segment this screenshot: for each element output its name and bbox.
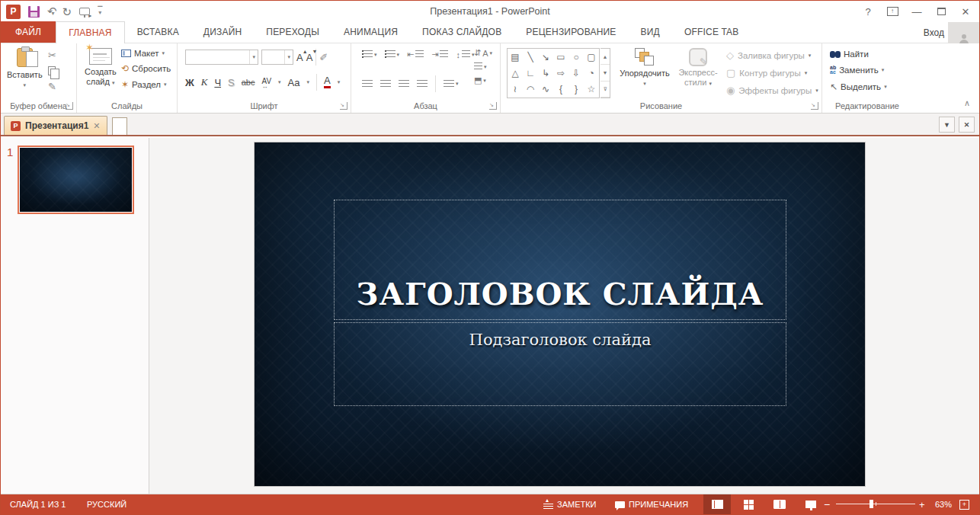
text-shadow-button[interactable]: S bbox=[228, 77, 235, 88]
cut-icon[interactable]: ✂ bbox=[48, 50, 56, 61]
tab-view[interactable]: ВИД bbox=[629, 21, 672, 43]
undo-button[interactable]: ↶▾ bbox=[47, 5, 55, 18]
shapes-scroll-down-icon[interactable]: ▼ bbox=[600, 65, 610, 81]
collapse-ribbon-icon[interactable]: ∧ bbox=[964, 98, 970, 108]
font-name-combobox[interactable]: ▾ bbox=[185, 50, 258, 65]
arrange-button[interactable]: Упорядочить ▾ bbox=[617, 48, 673, 88]
shape-effects-button[interactable]: ◉Эффекты фигуры▾ bbox=[726, 85, 818, 96]
shape-scribble-icon[interactable]: ≀ bbox=[514, 85, 517, 94]
ribbon-display-options-button[interactable]: ↑ bbox=[882, 2, 903, 21]
shape-line-icon[interactable]: ╲ bbox=[527, 53, 533, 62]
undo-dropdown-icon[interactable]: ▾ bbox=[52, 10, 55, 17]
strikethrough-button[interactable]: abc bbox=[242, 78, 255, 87]
convert-to-smartart-button[interactable]: ⬒▾ bbox=[474, 75, 486, 85]
shape-elbow-icon[interactable]: ∟ bbox=[526, 69, 535, 78]
slide-counter[interactable]: СЛАЙД 1 ИЗ 1 bbox=[10, 494, 66, 514]
slide-canvas[interactable]: ЗАГОЛОВОК СЛАЙДА Подзаголовок слайда bbox=[255, 142, 865, 486]
tab-design[interactable]: ДИЗАЙН bbox=[191, 21, 255, 43]
paragraph-dialog-launcher-icon[interactable]: ↘ bbox=[489, 102, 497, 110]
columns-button[interactable]: ▾ bbox=[444, 80, 459, 88]
numbering-button[interactable]: ▾ bbox=[385, 50, 400, 59]
underline-button[interactable]: Ч bbox=[214, 77, 221, 88]
tab-animations[interactable]: АНИМАЦИЯ bbox=[331, 21, 410, 43]
tab-list-dropdown-icon[interactable]: ▼ bbox=[939, 117, 955, 133]
tab-slideshow[interactable]: ПОКАЗ СЛАЙДОВ bbox=[410, 21, 514, 43]
shape-triangle-icon[interactable]: △ bbox=[511, 69, 518, 78]
close-icon[interactable]: ✕ bbox=[955, 2, 976, 21]
title-placeholder[interactable]: ЗАГОЛОВОК СЛАЙДА bbox=[334, 200, 786, 320]
text-direction-button[interactable]: ⇵A▾ bbox=[474, 48, 492, 58]
tab-review[interactable]: РЕЦЕНЗИРОВАНИЕ bbox=[514, 21, 628, 43]
bold-button[interactable]: Ж bbox=[185, 77, 194, 88]
tab-insert[interactable]: ВСТАВКА bbox=[125, 21, 191, 43]
line-spacing-button[interactable]: ↕▾ bbox=[456, 50, 474, 59]
notes-toggle[interactable]: ЗАМЕТКИ bbox=[543, 494, 597, 514]
character-spacing-dropdown-icon[interactable]: ▾ bbox=[278, 79, 281, 85]
zoom-level[interactable]: 63% bbox=[935, 494, 952, 514]
save-icon[interactable] bbox=[28, 6, 40, 18]
italic-button[interactable]: К bbox=[201, 76, 208, 88]
quick-styles-button[interactable]: Экспресс- стили ▾ bbox=[674, 48, 722, 88]
powerpoint-logo-icon[interactable]: P bbox=[6, 5, 21, 19]
align-text-button[interactable]: ▾ bbox=[474, 62, 487, 71]
tab-file[interactable]: ФАЙЛ bbox=[1, 21, 56, 43]
shape-elbow-arrow-icon[interactable]: ↳ bbox=[542, 69, 549, 78]
font-color-button[interactable]: А bbox=[324, 76, 331, 88]
shape-right-brace-icon[interactable]: } bbox=[575, 85, 578, 94]
character-spacing-button[interactable]: AV bbox=[261, 77, 271, 88]
select-button[interactable]: ↖Выделить▾ bbox=[830, 82, 887, 92]
new-document-tab-button[interactable] bbox=[112, 117, 127, 135]
align-right-icon[interactable] bbox=[399, 80, 409, 88]
slide-thumbnail[interactable] bbox=[18, 146, 134, 214]
clipboard-dialog-launcher-icon[interactable]: ↘ bbox=[66, 102, 73, 110]
maximize-button[interactable] bbox=[930, 2, 952, 21]
customize-qat-icon[interactable]: ▔▾ bbox=[98, 8, 102, 14]
normal-view-button[interactable] bbox=[703, 494, 731, 514]
section-button[interactable]: ✶Раздел▾ bbox=[121, 79, 171, 90]
shape-star-icon[interactable]: ☆ bbox=[588, 85, 596, 94]
language-indicator[interactable]: РУССКИЙ bbox=[87, 494, 127, 514]
shape-rectangle-icon[interactable]: ▭ bbox=[556, 53, 565, 62]
tab-transitions[interactable]: ПЕРЕХОДЫ bbox=[254, 21, 331, 43]
zoom-in-icon[interactable]: + bbox=[919, 494, 925, 514]
start-slideshow-icon[interactable] bbox=[79, 8, 90, 15]
avatar[interactable] bbox=[948, 22, 979, 43]
change-case-dropdown-icon[interactable]: ▾ bbox=[307, 79, 310, 85]
help-icon[interactable]: ? bbox=[857, 2, 879, 21]
shape-text-box-icon[interactable]: ▤ bbox=[511, 53, 519, 62]
drawing-dialog-launcher-icon[interactable]: ↘ bbox=[811, 102, 818, 110]
shape-outline-button[interactable]: ▢Контур фигуры▾ bbox=[726, 67, 818, 78]
shape-rounded-rectangle-icon[interactable]: ▢ bbox=[587, 53, 595, 62]
minimize-icon[interactable]: — bbox=[906, 2, 927, 21]
decrease-indent-button[interactable]: ⇤ bbox=[407, 50, 424, 59]
justify-icon[interactable] bbox=[417, 80, 428, 88]
font-dialog-launcher-icon[interactable]: ↘ bbox=[340, 102, 347, 110]
replace-button[interactable]: abacЗаменить▾ bbox=[830, 66, 887, 75]
close-all-tabs-icon[interactable]: ✕ bbox=[959, 117, 975, 133]
zoom-slider-thumb[interactable] bbox=[870, 500, 873, 508]
align-center-icon[interactable] bbox=[380, 80, 391, 88]
subtitle-placeholder[interactable]: Подзаголовок слайда bbox=[334, 322, 786, 406]
reading-view-button[interactable] bbox=[766, 494, 793, 514]
shape-block-arc-icon[interactable]: ◔ bbox=[588, 69, 594, 78]
font-size-combobox[interactable]: ▾ bbox=[261, 50, 293, 65]
tab-office-tab[interactable]: OFFICE TAB bbox=[672, 21, 751, 43]
shape-down-arrow-icon[interactable]: ⇩ bbox=[572, 69, 580, 78]
comments-toggle[interactable]: ПРИМЕЧАНИЯ bbox=[615, 494, 688, 514]
change-case-button[interactable]: Aa bbox=[288, 77, 300, 88]
copy-icon[interactable] bbox=[48, 66, 56, 75]
sign-in-link[interactable]: Вход bbox=[924, 22, 944, 43]
zoom-slider[interactable] bbox=[836, 504, 915, 504]
align-left-icon[interactable] bbox=[362, 80, 373, 88]
shape-left-brace-icon[interactable]: { bbox=[559, 85, 562, 94]
shape-arrow-icon[interactable]: ↘ bbox=[542, 53, 549, 62]
layout-button[interactable]: Макет▾ bbox=[121, 49, 171, 58]
new-slide-button[interactable]: Создать слайд ▾ bbox=[85, 48, 117, 88]
shape-oval-icon[interactable]: ○ bbox=[573, 53, 578, 62]
clear-formatting-icon[interactable]: ✐ bbox=[319, 52, 328, 63]
bullets-button[interactable]: ▾ bbox=[362, 50, 377, 59]
shapes-scroll-up-icon[interactable]: ▲ bbox=[600, 49, 610, 65]
grow-font-button[interactable]: А▲ bbox=[296, 52, 303, 63]
slideshow-view-button[interactable] bbox=[797, 494, 825, 514]
reset-button[interactable]: ⟲Сбросить bbox=[121, 63, 171, 74]
